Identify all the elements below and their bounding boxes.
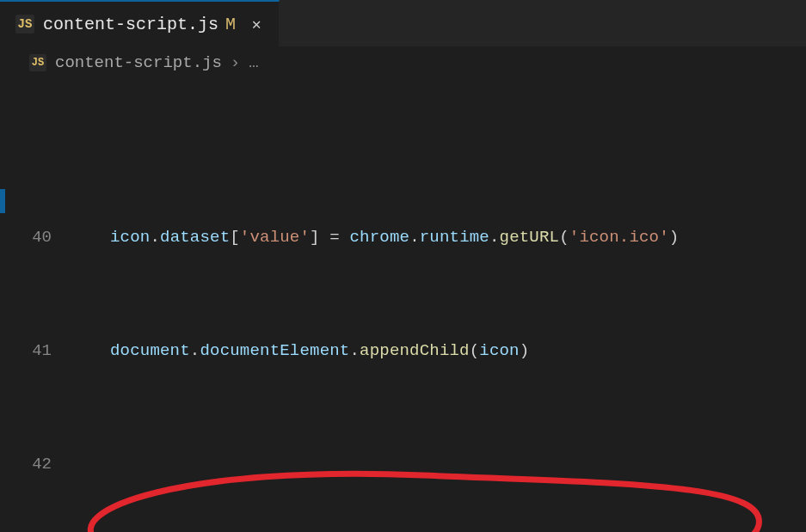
line-number: 42 bbox=[0, 450, 72, 479]
breadcrumb-file: content-script.js bbox=[55, 53, 222, 72]
token: ) bbox=[520, 341, 530, 360]
breadcrumb[interactable]: JS content-script.js › … bbox=[0, 47, 806, 78]
token: icon bbox=[110, 228, 150, 247]
tab-label: content-script.js bbox=[43, 15, 218, 34]
code-line[interactable]: 41 document.documentElement.appendChild(… bbox=[0, 337, 806, 365]
token: . bbox=[349, 341, 360, 360]
code-line[interactable]: 40 icon.dataset['value'] = chrome.runtim… bbox=[0, 223, 806, 252]
token: 'icon.ico' bbox=[569, 228, 669, 247]
tab-modified-indicator: M bbox=[225, 15, 236, 34]
line-number: 40 bbox=[0, 223, 72, 252]
token: 'value' bbox=[240, 228, 310, 247]
token: ] bbox=[310, 228, 320, 247]
token: getURL bbox=[500, 228, 560, 247]
token: document bbox=[110, 341, 190, 360]
token: runtime bbox=[420, 228, 489, 247]
token: dataset bbox=[160, 228, 230, 247]
token: . bbox=[409, 228, 420, 247]
editor-tab[interactable]: JS content-script.js M ✕ bbox=[0, 0, 280, 46]
token: ( bbox=[559, 228, 569, 247]
token: ) bbox=[669, 228, 680, 247]
token: . bbox=[150, 228, 160, 247]
token: ( bbox=[470, 341, 480, 360]
token: . bbox=[489, 228, 500, 247]
token: . bbox=[190, 341, 200, 360]
token: = bbox=[320, 228, 350, 247]
js-file-icon: JS bbox=[15, 15, 34, 34]
code-editor[interactable]: 40 icon.dataset['value'] = chrome.runtim… bbox=[0, 78, 806, 532]
token: documentElement bbox=[200, 341, 349, 360]
tab-bar: JS content-script.js M ✕ bbox=[0, 0, 806, 47]
js-file-icon: JS bbox=[29, 54, 46, 71]
chevron-right-icon: › bbox=[231, 53, 240, 72]
breadcrumb-more: … bbox=[249, 53, 258, 72]
code-line[interactable]: 42 bbox=[0, 450, 806, 479]
line-number: 41 bbox=[0, 337, 72, 365]
close-icon[interactable]: ✕ bbox=[248, 15, 265, 33]
token: icon bbox=[479, 341, 519, 360]
token: [ bbox=[230, 228, 240, 247]
token: appendChild bbox=[360, 341, 470, 360]
token: chrome bbox=[350, 228, 410, 247]
